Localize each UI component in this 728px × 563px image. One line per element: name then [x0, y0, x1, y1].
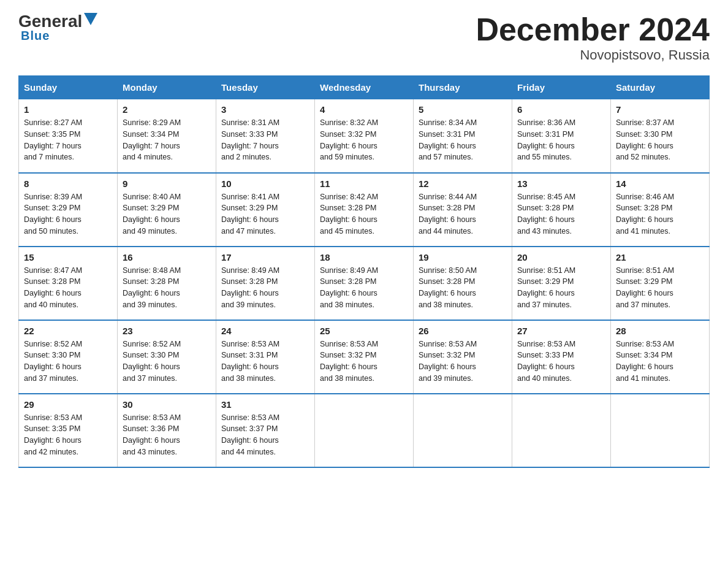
- day-number: 18: [320, 252, 408, 262]
- day-info: Sunrise: 8:53 AM Sunset: 3:35 PM Dayligh…: [24, 412, 112, 458]
- day-info: Sunrise: 8:49 AM Sunset: 3:28 PM Dayligh…: [320, 265, 408, 311]
- day-cell: 20Sunrise: 8:51 AM Sunset: 3:29 PM Dayli…: [512, 247, 611, 320]
- day-cell: 5Sunrise: 8:34 AM Sunset: 3:31 PM Daylig…: [414, 99, 512, 173]
- day-cell: 1Sunrise: 8:27 AM Sunset: 3:35 PM Daylig…: [19, 99, 118, 173]
- day-info: Sunrise: 8:34 AM Sunset: 3:31 PM Dayligh…: [419, 117, 507, 163]
- day-number: 11: [320, 178, 408, 189]
- day-number: 5: [419, 104, 507, 115]
- calendar-table: SundayMondayTuesdayWednesdayThursdayFrid…: [18, 75, 710, 468]
- logo-arrow-icon: [84, 13, 97, 25]
- day-number: 4: [320, 104, 408, 115]
- day-info: Sunrise: 8:29 AM Sunset: 3:34 PM Dayligh…: [123, 117, 211, 163]
- week-row-4: 22Sunrise: 8:52 AM Sunset: 3:30 PM Dayli…: [19, 320, 710, 394]
- day-number: 6: [517, 104, 605, 115]
- day-cell: 26Sunrise: 8:53 AM Sunset: 3:32 PM Dayli…: [414, 320, 512, 394]
- day-info: Sunrise: 8:37 AM Sunset: 3:30 PM Dayligh…: [616, 117, 704, 163]
- day-cell: 18Sunrise: 8:49 AM Sunset: 3:28 PM Dayli…: [315, 247, 414, 320]
- day-info: Sunrise: 8:50 AM Sunset: 3:28 PM Dayligh…: [419, 265, 507, 311]
- day-number: 21: [616, 252, 704, 262]
- day-cell: 17Sunrise: 8:49 AM Sunset: 3:28 PM Dayli…: [216, 247, 315, 320]
- day-info: Sunrise: 8:40 AM Sunset: 3:29 PM Dayligh…: [123, 191, 211, 237]
- week-row-3: 15Sunrise: 8:47 AM Sunset: 3:28 PM Dayli…: [19, 247, 710, 320]
- day-cell: 30Sunrise: 8:53 AM Sunset: 3:36 PM Dayli…: [118, 394, 216, 467]
- day-number: 19: [419, 252, 507, 262]
- day-cell: 12Sunrise: 8:44 AM Sunset: 3:28 PM Dayli…: [414, 173, 512, 247]
- day-cell: [512, 394, 611, 467]
- day-number: 20: [517, 252, 605, 262]
- week-row-2: 8Sunrise: 8:39 AM Sunset: 3:29 PM Daylig…: [19, 173, 710, 247]
- day-number: 28: [616, 326, 704, 336]
- day-number: 31: [221, 399, 309, 410]
- day-number: 22: [24, 326, 112, 336]
- day-info: Sunrise: 8:52 AM Sunset: 3:30 PM Dayligh…: [24, 339, 112, 385]
- day-info: Sunrise: 8:53 AM Sunset: 3:32 PM Dayligh…: [419, 339, 507, 385]
- day-cell: 10Sunrise: 8:41 AM Sunset: 3:29 PM Dayli…: [216, 173, 315, 247]
- day-number: 1: [24, 104, 112, 115]
- day-cell: 16Sunrise: 8:48 AM Sunset: 3:28 PM Dayli…: [118, 247, 216, 320]
- day-cell: 23Sunrise: 8:52 AM Sunset: 3:30 PM Dayli…: [118, 320, 216, 394]
- day-number: 30: [123, 399, 211, 410]
- day-info: Sunrise: 8:51 AM Sunset: 3:29 PM Dayligh…: [616, 265, 704, 311]
- day-cell: 14Sunrise: 8:46 AM Sunset: 3:28 PM Dayli…: [611, 173, 710, 247]
- day-cell: 13Sunrise: 8:45 AM Sunset: 3:28 PM Dayli…: [512, 173, 611, 247]
- day-cell: 28Sunrise: 8:53 AM Sunset: 3:34 PM Dayli…: [611, 320, 710, 394]
- day-cell: 6Sunrise: 8:36 AM Sunset: 3:31 PM Daylig…: [512, 99, 611, 173]
- day-number: 26: [419, 326, 507, 336]
- header-thursday: Thursday: [414, 76, 512, 99]
- day-number: 14: [616, 178, 704, 189]
- day-info: Sunrise: 8:42 AM Sunset: 3:28 PM Dayligh…: [320, 191, 408, 237]
- day-number: 2: [123, 104, 211, 115]
- day-cell: 4Sunrise: 8:32 AM Sunset: 3:32 PM Daylig…: [315, 99, 414, 173]
- day-info: Sunrise: 8:53 AM Sunset: 3:33 PM Dayligh…: [517, 339, 605, 385]
- day-number: 10: [221, 178, 309, 189]
- day-info: Sunrise: 8:45 AM Sunset: 3:28 PM Dayligh…: [517, 191, 605, 237]
- day-cell: 19Sunrise: 8:50 AM Sunset: 3:28 PM Dayli…: [414, 247, 512, 320]
- day-info: Sunrise: 8:41 AM Sunset: 3:29 PM Dayligh…: [221, 191, 309, 237]
- day-info: Sunrise: 8:49 AM Sunset: 3:28 PM Dayligh…: [221, 265, 309, 311]
- day-info: Sunrise: 8:53 AM Sunset: 3:34 PM Dayligh…: [616, 339, 704, 385]
- logo: General Blue: [18, 12, 97, 43]
- day-cell: 15Sunrise: 8:47 AM Sunset: 3:28 PM Dayli…: [19, 247, 118, 320]
- day-info: Sunrise: 8:53 AM Sunset: 3:32 PM Dayligh…: [320, 339, 408, 385]
- header-sunday: Sunday: [19, 76, 118, 99]
- day-info: Sunrise: 8:51 AM Sunset: 3:29 PM Dayligh…: [517, 265, 605, 311]
- header-wednesday: Wednesday: [315, 76, 414, 99]
- day-info: Sunrise: 8:48 AM Sunset: 3:28 PM Dayligh…: [123, 265, 211, 311]
- day-cell: 11Sunrise: 8:42 AM Sunset: 3:28 PM Dayli…: [315, 173, 414, 247]
- day-number: 16: [123, 252, 211, 262]
- day-cell: 21Sunrise: 8:51 AM Sunset: 3:29 PM Dayli…: [611, 247, 710, 320]
- day-info: Sunrise: 8:53 AM Sunset: 3:31 PM Dayligh…: [221, 339, 309, 385]
- title-block: December 2024 Novopistsovo, Russia: [476, 12, 710, 63]
- header-row: SundayMondayTuesdayWednesdayThursdayFrid…: [19, 76, 710, 99]
- day-info: Sunrise: 8:32 AM Sunset: 3:32 PM Dayligh…: [320, 117, 408, 163]
- day-cell: 25Sunrise: 8:53 AM Sunset: 3:32 PM Dayli…: [315, 320, 414, 394]
- day-cell: 27Sunrise: 8:53 AM Sunset: 3:33 PM Dayli…: [512, 320, 611, 394]
- day-number: 8: [24, 178, 112, 189]
- week-row-5: 29Sunrise: 8:53 AM Sunset: 3:35 PM Dayli…: [19, 394, 710, 467]
- day-number: 17: [221, 252, 309, 262]
- day-cell: 22Sunrise: 8:52 AM Sunset: 3:30 PM Dayli…: [19, 320, 118, 394]
- day-cell: 2Sunrise: 8:29 AM Sunset: 3:34 PM Daylig…: [118, 99, 216, 173]
- page-header: General Blue December 2024 Novopistsovo,…: [18, 12, 710, 63]
- day-info: Sunrise: 8:47 AM Sunset: 3:28 PM Dayligh…: [24, 265, 112, 311]
- day-cell: 24Sunrise: 8:53 AM Sunset: 3:31 PM Dayli…: [216, 320, 315, 394]
- day-number: 9: [123, 178, 211, 189]
- day-info: Sunrise: 8:53 AM Sunset: 3:36 PM Dayligh…: [123, 412, 211, 458]
- day-number: 29: [24, 399, 112, 410]
- day-info: Sunrise: 8:44 AM Sunset: 3:28 PM Dayligh…: [419, 191, 507, 237]
- header-tuesday: Tuesday: [216, 76, 315, 99]
- day-info: Sunrise: 8:31 AM Sunset: 3:33 PM Dayligh…: [221, 117, 309, 163]
- week-row-1: 1Sunrise: 8:27 AM Sunset: 3:35 PM Daylig…: [19, 99, 710, 173]
- day-cell: 9Sunrise: 8:40 AM Sunset: 3:29 PM Daylig…: [118, 173, 216, 247]
- logo-blue: Blue: [21, 29, 50, 43]
- day-info: Sunrise: 8:36 AM Sunset: 3:31 PM Dayligh…: [517, 117, 605, 163]
- header-saturday: Saturday: [611, 76, 710, 99]
- svg-marker-0: [84, 13, 97, 25]
- day-cell: 7Sunrise: 8:37 AM Sunset: 3:30 PM Daylig…: [611, 99, 710, 173]
- day-cell: 29Sunrise: 8:53 AM Sunset: 3:35 PM Dayli…: [19, 394, 118, 467]
- day-info: Sunrise: 8:53 AM Sunset: 3:37 PM Dayligh…: [221, 412, 309, 458]
- calendar-title: December 2024: [476, 12, 710, 47]
- day-number: 12: [419, 178, 507, 189]
- day-cell: 31Sunrise: 8:53 AM Sunset: 3:37 PM Dayli…: [216, 394, 315, 467]
- calendar-subtitle: Novopistsovo, Russia: [476, 47, 710, 63]
